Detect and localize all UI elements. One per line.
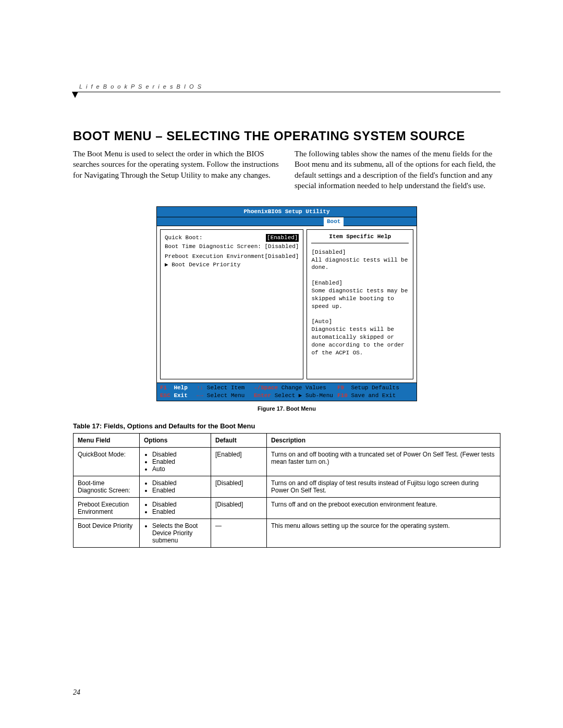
bios-setting-row: Preboot Execution Environment [Disabled] — [165, 253, 299, 261]
bios-key-label: Exit — [174, 392, 187, 399]
table-header: Default — [211, 433, 267, 447]
table-cell-field: Boot Device Priority — [74, 519, 140, 547]
option-item: Disabled — [152, 501, 206, 508]
bios-setting-value: [Disabled] — [264, 253, 299, 261]
bios-settings-pane: Quick Boot: [Enabled] Boot Time Diagnost… — [160, 229, 303, 379]
bios-titlebar: PhoenixBIOS Setup Utility — [157, 207, 417, 217]
table-row: Preboot Execution Environment Disabled E… — [74, 497, 500, 519]
bios-footer: F1 Help ↑↓ Select Item -/Space Change Va… — [157, 382, 417, 401]
table-row: Boot-time Diagnostic Screen: Disabled En… — [74, 476, 500, 497]
figure-caption: Figure 17. Boot Menu — [73, 405, 500, 412]
fields-table: Menu Field Options Default Description Q… — [73, 433, 500, 548]
table-cell-field: QuickBoot Mode: — [74, 447, 140, 476]
running-header-text: L i f e B o o k P S e r i e s B I O S — [79, 83, 202, 90]
bios-setting-value: [Enabled] — [266, 234, 299, 242]
bios-tab-bar: Boot — [157, 217, 417, 226]
table-cell-field: Boot-time Diagnostic Screen: — [74, 476, 140, 497]
bios-setting-value: [Disabled] — [264, 243, 299, 251]
bios-key: F9 — [337, 385, 344, 391]
bios-setting-row: Boot Time Diagnostic Screen: [Disabled] — [165, 243, 299, 251]
bios-key-label: Select ▶ Sub-Menu — [275, 392, 333, 399]
bios-setting-label: ▶ Boot Device Priority — [165, 261, 240, 269]
bios-key: F10 — [337, 392, 348, 399]
bios-help-pane: Item Specific Help [Disabled] All diagno… — [307, 229, 413, 379]
bios-key: ESC — [160, 392, 170, 399]
bios-help-title: Item Specific Help — [311, 233, 409, 243]
bios-screenshot: PhoenixBIOS Setup Utility Boot Quick Boo… — [156, 206, 417, 401]
bios-help-body: [Disabled] All diagnostic tests will be … — [311, 249, 409, 357]
table-cell-description: This menu allows setting up the source f… — [267, 519, 500, 547]
bios-setting-label: Quick Boot: — [165, 234, 203, 242]
header-corner-ornament — [72, 92, 78, 98]
option-item: Selects the Boot Device Priority submenu — [152, 522, 206, 544]
bios-key-label: Setup Defaults — [351, 385, 399, 391]
option-item: Auto — [152, 465, 206, 473]
bios-key: -/Space — [254, 385, 278, 391]
table-cell-description: Turns off and on the preboot execution e… — [267, 497, 500, 519]
table-header: Options — [140, 433, 211, 447]
intro-paragraph-1: The Boot Menu is used to select the orde… — [73, 149, 279, 180]
option-item: Enabled — [152, 458, 206, 465]
table-cell-description: Turns on and off booting with a truncate… — [267, 447, 500, 476]
table-cell-options: Disabled Enabled — [140, 497, 211, 519]
table-row: Boot Device Priority Selects the Boot De… — [74, 519, 500, 547]
bios-key: ←→ — [197, 392, 203, 399]
option-item: Enabled — [152, 508, 206, 515]
running-header: L i f e B o o k P S e r i e s B I O S — [73, 83, 500, 92]
bios-setting-label: Boot Time Diagnostic Screen: — [165, 243, 261, 251]
bios-key-label: Save and Exit — [351, 392, 396, 399]
table-cell-options: Disabled Enabled — [140, 476, 211, 497]
bios-setting-row: ▶ Boot Device Priority — [165, 261, 299, 269]
bios-key-label: Select Item — [207, 385, 245, 391]
intro-paragraph-2: The following tables show the names of t… — [295, 149, 500, 191]
bios-setting-row: Quick Boot: [Enabled] — [165, 234, 299, 242]
table-row: QuickBoot Mode: Disabled Enabled Auto [E… — [74, 447, 500, 476]
table-cell-field: Preboot Execution Environment — [74, 497, 140, 519]
table-header: Description — [267, 433, 500, 447]
table-cell-options: Disabled Enabled Auto — [140, 447, 211, 476]
table-cell-default: [Disabled] — [211, 476, 267, 497]
bios-active-tab: Boot — [324, 217, 344, 226]
bios-key: ↑↓ — [197, 385, 203, 391]
table-cell-default: [Disabled] — [211, 497, 267, 519]
bios-key-label: Help — [174, 385, 187, 391]
table-cell-default: [Enabled] — [211, 447, 267, 476]
option-item: Disabled — [152, 479, 206, 487]
page-number: 24 — [73, 688, 80, 697]
bios-key: Enter — [254, 392, 271, 399]
table-header: Menu Field — [74, 433, 140, 447]
table-cell-options: Selects the Boot Device Priority submenu — [140, 519, 211, 547]
option-item: Disabled — [152, 451, 206, 458]
table-caption: Table 17: Fields, Options and Defaults f… — [73, 422, 500, 430]
table-cell-default: — — [211, 519, 267, 547]
bios-key: F1 — [160, 385, 167, 391]
bios-key-label: Select Menu — [207, 392, 245, 399]
option-item: Enabled — [152, 487, 206, 494]
bios-key-label: Change Values — [282, 385, 326, 391]
bios-setting-label: Preboot Execution Environment — [165, 253, 264, 261]
intro-columns: The Boot Menu is used to select the orde… — [73, 149, 500, 191]
section-title: BOOT MENU – SELECTING THE OPERATING SYST… — [73, 129, 500, 143]
table-cell-description: Turns on and off display of test results… — [267, 476, 500, 497]
